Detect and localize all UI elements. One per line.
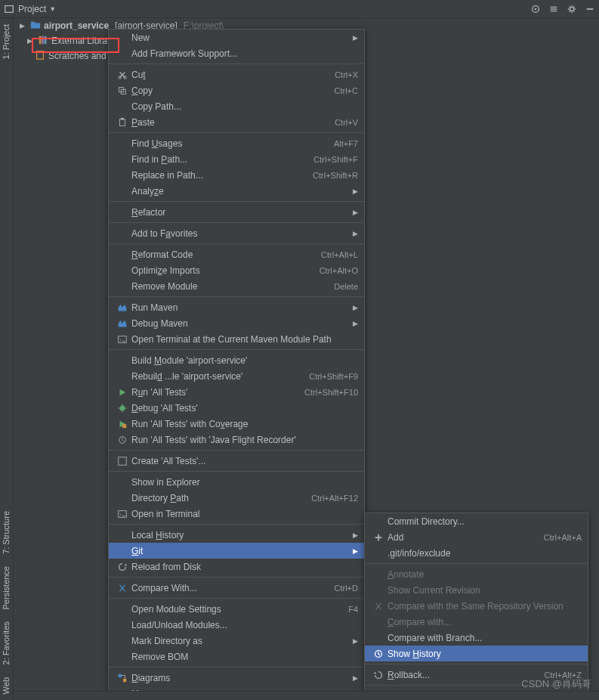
menu-load-unload[interactable]: Load/Unload Modules...: [109, 617, 364, 633]
submenu-arrow-icon: ▶: [353, 230, 358, 237]
menu-separator: [109, 201, 364, 202]
menu-optimize[interactable]: Optimize ImportsCtrl+Alt+O: [109, 262, 364, 278]
menu-replace-in-path[interactable]: Replace in Path...Ctrl+Shift+R: [109, 167, 364, 183]
svg-rect-12: [120, 119, 125, 125]
sidebar-tab-web[interactable]: Web: [0, 671, 12, 700]
edit-config-icon: [115, 456, 130, 466]
submenu-arrow-icon: ▶: [353, 187, 358, 195]
menu-reformat[interactable]: Reformat CodeCtrl+Alt+L: [109, 246, 364, 262]
menu-separator: [109, 598, 364, 599]
svg-rect-21: [123, 678, 126, 681]
svg-rect-18: [119, 457, 127, 465]
menu-separator: [109, 63, 364, 64]
bottom-bar: [14, 691, 599, 700]
menu-reload[interactable]: Reload from Disk: [109, 559, 364, 575]
menu-rebuild[interactable]: Rebuild ...le 'airport-service'Ctrl+Shif…: [109, 368, 364, 384]
project-label[interactable]: Project: [18, 4, 46, 14]
menu-debug-all[interactable]: Debug 'All Tests': [109, 400, 364, 416]
paste-icon: [115, 117, 130, 128]
add-icon: [371, 532, 386, 543]
menu-open-terminal-maven[interactable]: Open Terminal at the Current Maven Modul…: [109, 331, 364, 347]
terminal-icon: [115, 334, 130, 345]
submenu-arrow-icon: ▶: [353, 531, 358, 539]
menu-git[interactable]: Git▶: [109, 543, 364, 559]
submenu-arrow-icon: ▶: [353, 637, 358, 645]
submenu-arrow-icon: ▶: [353, 320, 358, 327]
svg-point-3: [570, 7, 573, 11]
target-icon[interactable]: [530, 3, 542, 15]
diagram-icon: [115, 673, 130, 683]
menu-new[interactable]: New▶: [109, 29, 364, 45]
menu-separator: [109, 222, 364, 223]
menu-separator: [109, 667, 364, 667]
svg-rect-16: [122, 424, 126, 428]
debug-icon: [115, 403, 130, 413]
submenu-compare-with: Compare with...: [365, 614, 588, 630]
menu-create-all[interactable]: Create 'All Tests'...: [109, 453, 364, 469]
left-sidebar: 1: Project 7: Structure Persistence 2: F…: [0, 18, 14, 700]
menu-local-history[interactable]: Local History▶: [109, 527, 364, 543]
submenu-add[interactable]: AddCtrl+Alt+A: [365, 529, 588, 545]
menu-add-framework[interactable]: Add Framework Support...: [109, 45, 364, 61]
menu-separator: [109, 450, 364, 451]
watermark: CSDN @肖码哥: [521, 677, 591, 691]
menu-compare-with[interactable]: Compare With...Ctrl+D: [109, 580, 364, 596]
submenu-compare-same: Compare with the Same Repository Version: [365, 598, 588, 614]
menu-paste[interactable]: PasteCtrl+V: [109, 114, 364, 130]
menu-run-maven[interactable]: Run Maven▶: [109, 299, 364, 315]
context-menu-git: Commit Directory... AddCtrl+Alt+A .git/i…: [364, 513, 588, 700]
menu-copy[interactable]: CopyCtrl+C: [109, 82, 364, 98]
sidebar-tab-persistence[interactable]: Persistence: [0, 560, 12, 615]
svg-rect-13: [121, 117, 124, 119]
sidebar-tab-favorites[interactable]: 2: Favorites: [0, 615, 12, 671]
reload-icon: [115, 562, 130, 572]
submenu-git-exclude[interactable]: .git/info/exclude: [365, 545, 588, 561]
menu-add-favorites[interactable]: Add to Favorites▶: [109, 225, 364, 241]
minimize-icon[interactable]: [584, 3, 596, 15]
svg-point-2: [535, 8, 537, 10]
menu-remove-bom[interactable]: Remove BOM: [109, 649, 364, 664]
project-view-icon[interactable]: [3, 3, 15, 15]
menu-run-all[interactable]: Run 'All Tests'Ctrl+Shift+F10: [109, 384, 364, 400]
menu-show-explorer[interactable]: Show in Explorer: [109, 474, 364, 490]
gear-icon[interactable]: [566, 3, 578, 15]
sidebar-tab-structure[interactable]: 7: Structure: [0, 505, 12, 560]
submenu-commit[interactable]: Commit Directory...: [365, 513, 588, 529]
menu-separator: [109, 577, 364, 578]
maven-icon: [115, 302, 130, 313]
submenu-arrow-icon: ▶: [353, 209, 358, 216]
menu-directory-path[interactable]: Directory PathCtrl+Alt+F12: [109, 490, 364, 506]
menu-diagrams[interactable]: Diagrams▶: [109, 670, 364, 686]
menu-remove-module[interactable]: Remove ModuleDelete: [109, 278, 364, 294]
menu-separator: [109, 132, 364, 133]
submenu-show-history[interactable]: Show History: [365, 646, 588, 661]
menu-run-flight[interactable]: Run 'All Tests' with 'Java Flight Record…: [109, 432, 364, 448]
menu-find-usages[interactable]: Find UsagesAlt+F7: [109, 135, 364, 151]
highlight-annotation: [32, 38, 119, 53]
diff-icon: [115, 583, 130, 593]
menu-debug-maven[interactable]: Debug Maven▶: [109, 315, 364, 331]
menu-mark-directory[interactable]: Mark Directory as▶: [109, 633, 364, 649]
tree-expand-icon[interactable]: ▶: [20, 22, 27, 29]
copy-icon: [115, 85, 130, 96]
menu-module-settings[interactable]: Open Module SettingsF4: [109, 601, 364, 617]
svg-rect-0: [5, 5, 14, 12]
submenu-compare-branch[interactable]: Compare with Branch...: [365, 630, 588, 646]
submenu-arrow-icon: ▶: [353, 547, 358, 555]
dropdown-arrow-icon[interactable]: ▼: [49, 5, 56, 13]
menu-analyze[interactable]: Analyze▶: [109, 183, 364, 199]
menu-separator: [365, 563, 588, 564]
menu-refactor[interactable]: Refactor▶: [109, 204, 364, 220]
menu-cut[interactable]: CutCtrl+X: [109, 67, 364, 82]
submenu-annotate: Annotate: [365, 566, 588, 582]
collapse-icon[interactable]: [548, 3, 560, 15]
menu-open-terminal[interactable]: Open in Terminal: [109, 506, 364, 522]
menu-separator: [365, 664, 588, 664]
menu-run-coverage[interactable]: Run 'All Tests' with Coverage: [109, 416, 364, 432]
menu-build-module[interactable]: Build Module 'airport-service': [109, 352, 364, 368]
menu-copy-path[interactable]: Copy Path...: [109, 98, 364, 114]
menu-separator: [109, 471, 364, 472]
menu-find-in-path[interactable]: Find in Path...Ctrl+Shift+F: [109, 151, 364, 167]
sidebar-tab-project[interactable]: 1: Project: [0, 18, 12, 65]
submenu-arrow-icon: ▶: [353, 304, 358, 311]
